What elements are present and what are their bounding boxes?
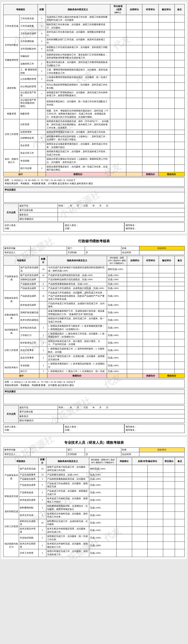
s2-p4	[143, 282, 159, 286]
s2-sub-daily2: 其足日常事务	[19, 346, 39, 354]
s2-vi2	[159, 301, 175, 309]
total-composite-label: 综合扣分	[158, 172, 185, 176]
s2-pe1	[143, 309, 159, 316]
s2-vex1	[159, 362, 175, 369]
s3-pd1c	[163, 519, 175, 526]
weight-exec: 3	[38, 164, 46, 172]
s2-monthly-table: 月月点亮 诚实守信 时间： 年 月 日至 年 月 日 遵守法律法规 服务意识 团…	[3, 405, 185, 423]
weight-safety	[38, 142, 46, 149]
s2-dex2: 1. 按照规定执行；2. 配合工作；3. 次违规扣分，统一完成	[47, 369, 107, 374]
weight-task3: 4	[38, 30, 46, 38]
col-self: 自我评分	[126, 4, 142, 15]
s2-w1: 10	[39, 266, 47, 273]
sign-section: 自评人签名： 日期： 核定人签名： 日期： 领导签名： 领导签名：	[3, 222, 185, 232]
s2-sex1	[127, 362, 143, 369]
self-cost5	[126, 98, 142, 108]
total-self	[110, 172, 126, 176]
s3-cat-daily: 日常工作管理	[4, 519, 19, 534]
subcategory-coord2: 文件流转配合性	[20, 45, 38, 52]
std-cost4	[110, 90, 126, 98]
s2-total-deduct: 检查扣分	[47, 374, 107, 378]
score-description: 优秀：A. 90分以上 □ B. 80~99分 □C. 70~79分 □ D. …	[3, 178, 185, 186]
total-composite: 发级扣分	[142, 172, 158, 176]
self-daily1	[126, 119, 142, 130]
s2-col-sup: 对导评分	[143, 256, 159, 266]
sign-self-date: 日期：	[5, 227, 62, 230]
s3-sd1	[116, 519, 132, 526]
desc-task2: 按时完成工作任务目标，次问题有，按照工作质量和要求进行，次问题有。	[46, 22, 110, 30]
subcategory-task3: 工作及格完成率	[20, 30, 38, 38]
s3-p1a	[132, 465, 148, 472]
s2-cat-daily: 日常工作管理	[4, 339, 20, 362]
subcategory-task1: 工作任务完成	[20, 15, 38, 22]
s3-val-time	[139, 452, 185, 456]
sup-cost2	[142, 75, 158, 83]
weight-coord1: 3	[38, 38, 46, 45]
sup-cost4	[142, 90, 158, 98]
category-task: 工作任务完成	[4, 15, 20, 38]
std-vehicle2	[110, 60, 126, 68]
sign-review-date: 日期：	[65, 227, 123, 230]
s2-row: 产品研发发完成 按产品开发完成情况 10 与为完成产品开发项目计划进度的完成情况…	[4, 266, 185, 273]
desc-cost4: 按照固定资产管理制度执行，次问题有，及时完成工作任务和各项工作，按照管理制度执行…	[46, 90, 110, 98]
s2-sign-approve: 领导签名： 领导签名：	[124, 424, 185, 433]
sup-cost5	[142, 98, 158, 108]
s2-ste2: 完成≥100%	[107, 316, 127, 324]
s3-ni1	[175, 489, 185, 496]
s2-row: 产品验收合格率 6 产品按照质量检验标准完成，完成≥100% 完成≥100%	[4, 282, 185, 286]
s3-pd2a	[132, 526, 148, 534]
s3-sub-i1: 产品研发改进	[19, 489, 39, 496]
s2-row: 新产品开发完成率 10 产品新开发完成率按照目标完成，达成≥100% 达成≥10…	[4, 273, 185, 278]
s2-stex1: 完成≥100%	[107, 362, 127, 369]
s3-row: 日常工作管理 5 按照日常规定完成工作，次问题有，及时完成各项工作。 完成≥10…	[4, 549, 185, 557]
s3-val-score: 综合评分	[139, 448, 185, 452]
s3-dc1: 材料费用按照预算控制，次违规扣分，次问题有，按照管理规定执行	[46, 504, 89, 512]
s3-label-pos: 职务	[121, 448, 139, 452]
desc-daily1: 按照相关规定完成员绩效完成，及时（月均1时以下），次问题有，及时完成工作任务的配…	[46, 119, 110, 130]
desc-daily2: 按照证照管理规定完成工作，次问题有，及时完成工作任务。	[46, 130, 110, 134]
s3-pi2b	[148, 496, 163, 504]
s2-header: 考核项目 权重分 指标具体内容及定义 评分标准：优秀100% 良好80% 称职6…	[4, 256, 185, 266]
weight-vehicle2: 2	[38, 60, 46, 68]
s3-stsk2: 完成≥100%	[89, 542, 117, 549]
subcategory-cost1: 工、费 费用管理控制	[20, 68, 38, 75]
s2-sub-equip1: 高维护发设施完成	[19, 309, 39, 316]
s2-sub-know2: 工作执行力	[19, 332, 39, 339]
category-daily: 日常工作管理	[4, 119, 20, 150]
weight-daily2	[38, 130, 46, 134]
std-cost2	[110, 75, 126, 83]
s3-val-art: 空	[85, 452, 121, 456]
s2-sign-approve-date: 领导签名：	[126, 428, 183, 432]
desc-cost1: 工程、费用管理控制按照相关规定执行，次问题有，及时完成工作任务配合工作。	[46, 68, 110, 75]
s3-w1: 10	[38, 465, 46, 472]
s3-p1b	[148, 465, 163, 472]
s3-d4: 产品改进工作达成情况，次问题有，按照规定完成	[46, 481, 89, 489]
section3-title: 专业技术人员（研发人员）绩效考核表	[3, 439, 185, 446]
weight-legal: 3	[38, 134, 46, 142]
self-task3	[126, 30, 142, 38]
s3-dsk1: 按照规定完成工作，次问题有，统一完成工作任务。	[46, 534, 89, 542]
s2-stdi2: 完成≥100%	[107, 301, 127, 309]
col-note: 备注	[174, 4, 184, 15]
label-assess-target: 被考评对象	[4, 246, 31, 250]
std-skill1	[110, 157, 126, 164]
table-row: 文件流转配合性 4 按照配合工作完成完成各项工作，次问题有，及时按照工作配合完成…	[4, 45, 185, 52]
note-daily2	[174, 130, 184, 134]
std-safety	[110, 142, 126, 149]
weight-archive	[38, 108, 46, 119]
s2-v5	[159, 286, 175, 291]
s2-vk2	[159, 332, 175, 339]
ver-archive	[158, 108, 174, 119]
s2-sub-daily3: 其足日常事务	[19, 354, 39, 362]
ver-cost1	[158, 68, 174, 75]
subcategory-skill1: 专业技能	[20, 157, 38, 164]
monthly-item3: 服务意识	[19, 212, 58, 217]
s2-sub-product5: 产品改进达成率	[19, 286, 39, 291]
s2-sub-daily1: 技术标准化工作	[19, 339, 39, 346]
note-daily1	[174, 119, 184, 130]
s2-n1	[175, 266, 185, 273]
s3-s2	[116, 472, 132, 477]
s2-we1	[39, 309, 47, 316]
s2-sub-product4: 产品验收合格率	[19, 282, 39, 286]
self-cost1	[126, 68, 142, 75]
